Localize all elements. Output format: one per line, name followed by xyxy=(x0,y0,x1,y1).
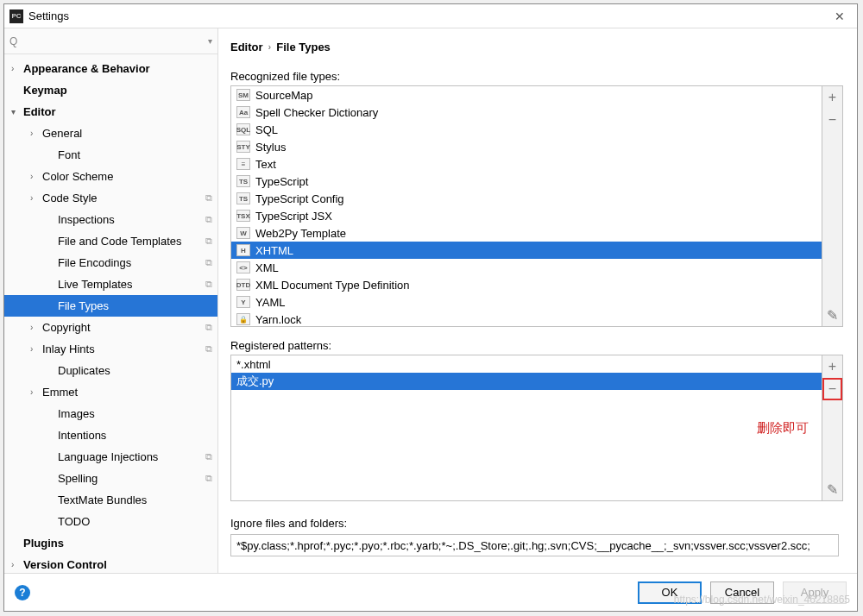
tree-item[interactable]: Live Templates⧉ xyxy=(4,273,217,295)
filetype-row[interactable]: SMSourceMap xyxy=(231,86,822,104)
tree-item[interactable]: ›Color Scheme xyxy=(4,166,217,187)
copy-indicator-icon: ⧉ xyxy=(205,451,212,462)
tree-item-label: Editor xyxy=(23,105,212,118)
filetype-label: TypeScript JSX xyxy=(255,210,332,223)
tree-item-label: General xyxy=(42,127,212,140)
filetype-label: XML Document Type Definition xyxy=(255,279,409,292)
tree-item[interactable]: ›Emmet xyxy=(4,381,217,403)
chevron-right-icon[interactable]: › xyxy=(30,323,42,332)
filetype-icon: TSX xyxy=(236,210,250,222)
tree-item[interactable]: ▾Editor xyxy=(4,101,217,123)
copy-indicator-icon: ⧉ xyxy=(205,192,212,204)
tree-item[interactable]: Images xyxy=(4,403,217,424)
edit-pattern-button[interactable]: ✎ xyxy=(822,478,842,500)
close-icon[interactable]: ✕ xyxy=(828,9,852,23)
tree-item[interactable]: ›Inlay Hints⧉ xyxy=(4,338,217,360)
tree-item[interactable]: Intentions xyxy=(4,424,217,446)
filetype-row[interactable]: HXHTML xyxy=(231,242,822,259)
tree-item[interactable]: Language Injections⧉ xyxy=(4,446,217,468)
remove-pattern-button[interactable]: − xyxy=(822,378,842,400)
edit-filetype-button[interactable]: ✎ xyxy=(822,304,842,326)
file-types-toolbar: + − ✎ xyxy=(822,86,842,326)
tree-item[interactable]: File Types xyxy=(4,295,217,317)
tree-item-label: Color Scheme xyxy=(42,170,212,183)
filetype-row[interactable]: YYAML xyxy=(231,293,822,311)
add-pattern-button[interactable]: + xyxy=(822,355,842,378)
pattern-row[interactable]: *.xhtml xyxy=(231,355,822,373)
patterns-list[interactable]: *.xhtml成交.py xyxy=(231,355,822,500)
filetype-row[interactable]: TSXTypeScript JSX xyxy=(231,207,822,224)
tree-item[interactable]: TextMate Bundles xyxy=(4,489,217,511)
tree-item[interactable]: File and Code Templates⧉ xyxy=(4,230,217,252)
filetype-icon: SM xyxy=(236,89,250,101)
tree-item[interactable]: Spelling⧉ xyxy=(4,468,217,489)
tree-item[interactable]: ›General xyxy=(4,123,217,144)
breadcrumb-leaf: File Types xyxy=(276,41,331,53)
pattern-row[interactable]: 成交.py xyxy=(231,373,822,390)
filetype-label: XML xyxy=(255,261,279,274)
filetype-icon: H xyxy=(236,244,250,256)
tree-item[interactable]: TODO xyxy=(4,511,217,532)
copy-indicator-icon: ⧉ xyxy=(205,236,212,247)
chevron-right-icon[interactable]: › xyxy=(30,387,42,397)
filetype-icon: TS xyxy=(236,175,250,187)
chevron-down-icon[interactable]: ▾ xyxy=(11,107,23,116)
filetype-row[interactable]: STYStylus xyxy=(231,138,822,155)
filetype-icon: Aa xyxy=(236,106,250,118)
chevron-right-icon[interactable]: › xyxy=(30,172,42,181)
tree-item[interactable]: Duplicates xyxy=(4,360,217,381)
ignore-input[interactable] xyxy=(230,534,839,556)
annotation-text: 删除即可 xyxy=(757,420,809,437)
tree-item-label: Font xyxy=(58,148,212,161)
tree-item[interactable]: ›Copyright⧉ xyxy=(4,317,217,338)
apply-button[interactable]: Apply xyxy=(783,581,847,604)
add-filetype-button[interactable]: + xyxy=(822,86,842,109)
tree-item[interactable]: ›Version Control xyxy=(4,554,217,573)
filetype-label: XHTML xyxy=(255,244,293,257)
tree-item[interactable]: Font xyxy=(4,144,217,166)
tree-item-label: File Types xyxy=(58,299,212,312)
tree-item[interactable]: Keymap xyxy=(4,79,217,101)
search-bar: Q ▾ xyxy=(4,28,217,54)
chevron-right-icon[interactable]: › xyxy=(11,560,23,569)
search-input[interactable] xyxy=(21,33,208,49)
ok-button[interactable]: OK xyxy=(638,581,702,604)
settings-tree[interactable]: ›Appearance & BehaviorKeymap▾Editor›Gene… xyxy=(4,54,217,573)
filetype-icon: <> xyxy=(236,261,250,273)
filetype-icon: SQL xyxy=(236,123,250,135)
chevron-right-icon[interactable]: › xyxy=(30,129,42,138)
search-chevron-icon[interactable]: ▾ xyxy=(208,36,212,46)
copy-indicator-icon: ⧉ xyxy=(205,343,212,355)
remove-filetype-button[interactable]: − xyxy=(822,109,842,131)
filetype-row[interactable]: ≡Text xyxy=(231,155,822,173)
filetype-row[interactable]: <>XML xyxy=(231,259,822,276)
filetype-row[interactable]: WWeb2Py Template xyxy=(231,224,822,242)
tree-item[interactable]: ›Code Style⧉ xyxy=(4,187,217,209)
tree-item[interactable]: Inspections⧉ xyxy=(4,209,217,230)
filetype-row[interactable]: TSTypeScript xyxy=(231,173,822,190)
chevron-right-icon[interactable]: › xyxy=(30,193,42,203)
copy-indicator-icon: ⧉ xyxy=(205,322,212,333)
file-types-list[interactable]: SMSourceMapAaSpell Checker DictionarySQL… xyxy=(231,86,822,326)
tree-item-label: Duplicates xyxy=(58,364,212,377)
tree-item[interactable]: File Encodings⧉ xyxy=(4,252,217,273)
main-panel: Editor › File Types Recognized file type… xyxy=(218,28,857,573)
filetype-row[interactable]: TSTypeScript Config xyxy=(231,190,822,207)
tree-item[interactable]: Plugins xyxy=(4,532,217,554)
patterns-label: Registered patterns: xyxy=(230,339,857,352)
chevron-right-icon[interactable]: › xyxy=(11,64,23,73)
pattern-label: *.xhtml xyxy=(236,358,271,371)
copy-indicator-icon: ⧉ xyxy=(205,279,212,290)
patterns-toolbar: + − ✎ xyxy=(822,355,842,500)
filetype-row[interactable]: SQLSQL xyxy=(231,121,822,138)
tree-item-label: Spelling xyxy=(58,472,205,485)
tree-item[interactable]: ›Appearance & Behavior xyxy=(4,58,217,79)
copy-indicator-icon: ⧉ xyxy=(205,214,212,225)
chevron-right-icon[interactable]: › xyxy=(30,344,42,354)
help-icon[interactable]: ? xyxy=(15,585,30,600)
filetype-row[interactable]: AaSpell Checker Dictionary xyxy=(231,104,822,121)
filetype-row[interactable]: 🔒Yarn.lock xyxy=(231,311,822,326)
cancel-button[interactable]: Cancel xyxy=(710,581,774,604)
window-title: Settings xyxy=(28,9,828,22)
filetype-row[interactable]: DTDXML Document Type Definition xyxy=(231,276,822,293)
